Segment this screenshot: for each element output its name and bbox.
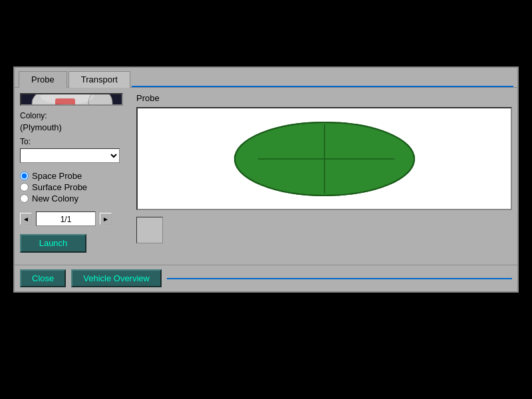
radio-group: Space Probe Surface Probe New Colony	[20, 171, 130, 203]
to-dropdown[interactable]	[20, 148, 120, 163]
tab-transport[interactable]: Transport	[68, 71, 130, 88]
launch-button[interactable]: Launch	[20, 234, 86, 253]
radio-space-label: Space Probe	[32, 171, 82, 181]
colony-name: (Plymouth)	[20, 122, 130, 132]
colony-section: Colony: (Plymouth) To:	[20, 111, 130, 163]
radio-surface-probe[interactable]: Surface Probe	[20, 182, 130, 192]
nav-next-button[interactable]: ►	[100, 213, 112, 225]
vehicle-overview-button[interactable]: Vehicle Overview	[71, 269, 162, 287]
radio-space-input[interactable]	[20, 172, 29, 180]
radio-surface-label: Surface Probe	[32, 182, 87, 192]
to-label: To:	[20, 137, 130, 146]
tab-probe[interactable]: Probe	[19, 71, 67, 88]
radio-colony-label: New Colony	[32, 194, 78, 203]
probe-top-view-svg	[218, 112, 431, 205]
radio-colony-input[interactable]	[20, 194, 29, 203]
bottom-line	[167, 278, 512, 279]
radio-space-probe[interactable]: Space Probe	[20, 171, 130, 181]
probe-image	[20, 93, 123, 106]
radio-new-colony[interactable]: New Colony	[20, 194, 130, 203]
title-bar: Probe Transport	[15, 68, 517, 88]
probe-display	[136, 107, 512, 210]
main-window: Probe Transport Col	[13, 66, 519, 293]
probe-svg	[29, 93, 115, 106]
nav-prev-button[interactable]: ◄	[20, 213, 32, 225]
right-panel: Probe	[136, 93, 512, 253]
probe-section-label: Probe	[136, 93, 512, 103]
colony-label: Colony:	[20, 111, 130, 120]
close-button[interactable]: Close	[20, 269, 66, 287]
content-area: Colony: (Plymouth) To: Space Probe Surfa…	[15, 88, 517, 258]
bottom-bar: Close Vehicle Overview	[15, 265, 517, 291]
tab-line	[132, 86, 513, 87]
nav-row: ◄ 1/1 ►	[20, 211, 130, 226]
radio-surface-input[interactable]	[20, 183, 29, 192]
info-box	[136, 217, 163, 243]
counter-box: 1/1	[36, 211, 96, 226]
